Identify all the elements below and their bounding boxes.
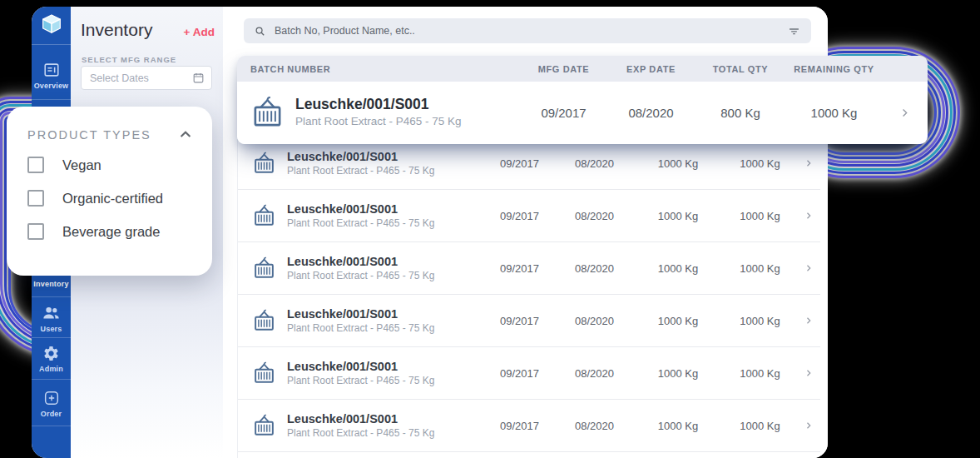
sidebar-item-order[interactable]: Order — [32, 381, 71, 426]
highlighted-row-group: BATCH NUMBER MFG DATE EXP DATE TOTAL QTY… — [237, 56, 928, 144]
page-title: Inventory — [81, 20, 152, 40]
cell-mfg-date: 09/2017 — [520, 106, 607, 120]
container-icon — [252, 151, 276, 177]
cell-exp-date: 08/2020 — [607, 106, 695, 120]
sidebar-item-overview[interactable]: Overview — [32, 51, 71, 100]
batch-table: Leuschke/001/S001Plant Root Extract - P4… — [237, 137, 820, 458]
cell-total-qty: 1000 Kg — [633, 210, 723, 222]
container-icon — [252, 203, 276, 229]
sidebar-item-label: Order — [41, 410, 62, 418]
table-row[interactable]: Leuschke/001/S001Plant Root Extract - P4… — [238, 137, 820, 190]
product-name: Plant Root Extract - P465 - 75 Kg — [287, 164, 434, 177]
checkbox-label: Vegan — [62, 157, 101, 173]
cell-exp-date: 08/2020 — [556, 210, 633, 222]
table-row[interactable]: Leuschke/001/S001Plant Root Extract - P4… — [238, 295, 820, 347]
chevron-up-icon[interactable] — [177, 127, 194, 143]
checkbox-icon[interactable] — [27, 157, 44, 173]
chevron-right-icon[interactable] — [882, 107, 928, 119]
product-name: Plant Root Extract - P465 - 75 Kg — [295, 114, 462, 129]
cell-remaining-qty: 1000 Kg — [786, 106, 882, 120]
cell-mfg-date: 09/2017 — [483, 420, 556, 432]
cell-remaining-qty: 1000 Kg — [723, 262, 797, 275]
product-type-option: Organic-certified — [27, 190, 194, 207]
sidebar-item-admin[interactable]: Admin — [32, 339, 71, 380]
admin-icon — [42, 345, 60, 362]
users-icon — [42, 303, 61, 322]
product-name: Plant Root Extract - P465 - 75 Kg — [287, 321, 434, 335]
column-mfg-date: MFG DATE — [520, 64, 607, 74]
cell-remaining-qty: 1000 Kg — [723, 367, 797, 380]
order-icon — [42, 389, 61, 407]
product-type-option: Beverage grade — [27, 223, 194, 240]
checkbox-icon[interactable] — [27, 223, 44, 240]
table-row[interactable]: Leuschke/001/S001Plant Root Extract - P4… — [238, 190, 820, 242]
batch-number: Leuschke/001/S001 — [287, 202, 434, 217]
cell-remaining-qty: 1000 Kg — [723, 210, 797, 222]
mfg-range-label: SELECT MFG RANGE — [82, 55, 176, 64]
cell-mfg-date: 09/2017 — [483, 315, 556, 327]
table-row[interactable]: Leuschke/001/S001Plant Root Extract - P4… — [238, 452, 820, 458]
table-header: BATCH NUMBER MFG DATE EXP DATE TOTAL QTY… — [237, 56, 928, 82]
sidebar-item-label: Users — [40, 325, 62, 333]
container-icon — [250, 95, 285, 131]
calendar-icon[interactable] — [192, 72, 205, 84]
batch-number: Leuschke/001/S001 — [287, 254, 434, 269]
chevron-right-icon[interactable] — [797, 263, 820, 273]
cell-mfg-date: 09/2017 — [483, 157, 556, 170]
batch-number: Leuschke/001/S001 — [287, 306, 434, 321]
table-row[interactable]: Leuschke/001/S001Plant Root Extract - P4… — [238, 347, 820, 400]
batch-number: Leuschke/001/S001 — [287, 359, 434, 374]
highlighted-row[interactable]: Leuschke/001/S001 Plant Root Extract - P… — [237, 82, 928, 144]
cell-exp-date: 08/2020 — [556, 367, 633, 380]
overview-icon — [42, 61, 61, 79]
container-icon — [252, 361, 276, 386]
container-icon — [252, 413, 276, 439]
search-bar[interactable] — [244, 18, 811, 43]
chevron-right-icon[interactable] — [797, 421, 820, 431]
column-exp-date: EXP DATE — [607, 64, 695, 74]
cell-remaining-qty: 1000 Kg — [723, 157, 797, 170]
product-name: Plant Root Extract - P465 - 75 Kg — [287, 217, 434, 230]
app-logo[interactable] — [32, 7, 71, 45]
column-batch-number: BATCH NUMBER — [237, 64, 520, 74]
date-range-field[interactable] — [81, 66, 212, 90]
product-name: Plant Root Extract - P465 - 75 Kg — [287, 426, 434, 440]
container-icon — [252, 256, 276, 281]
product-type-option: Vegan — [27, 157, 194, 173]
sidebar-item-label: Inventory — [33, 280, 68, 288]
chevron-right-icon[interactable] — [797, 368, 820, 378]
search-icon — [254, 25, 266, 37]
cell-exp-date: 08/2020 — [556, 420, 633, 432]
checkbox-label: Beverage grade — [62, 224, 160, 240]
batch-number: Leuschke/001/S001 — [295, 96, 462, 114]
chevron-right-icon[interactable] — [797, 158, 820, 168]
batch-number: Leuschke/001/S001 — [287, 149, 434, 164]
column-total-qty: TOTAL QTY — [695, 64, 786, 74]
cube-logo-icon — [39, 12, 64, 40]
cell-total-qty: 1000 Kg — [633, 420, 723, 432]
cell-mfg-date: 09/2017 — [483, 367, 556, 380]
product-name: Plant Root Extract - P465 - 75 Kg — [287, 269, 434, 282]
date-range-input[interactable] — [88, 72, 192, 85]
column-remaining-qty: REMAINING QTY — [786, 64, 882, 74]
chevron-right-icon[interactable] — [797, 211, 820, 221]
cell-total-qty: 800 Kg — [695, 106, 786, 120]
cell-total-qty: 1000 Kg — [633, 157, 723, 170]
chevron-right-icon[interactable] — [797, 316, 820, 326]
cell-mfg-date: 09/2017 — [483, 262, 556, 275]
search-input[interactable] — [273, 24, 780, 37]
filter-icon[interactable] — [787, 24, 801, 38]
table-row[interactable]: Leuschke/001/S001Plant Root Extract - P4… — [238, 242, 820, 295]
container-icon — [252, 308, 276, 334]
cell-mfg-date: 09/2017 — [483, 210, 556, 222]
cell-total-qty: 1000 Kg — [633, 315, 723, 327]
table-row[interactable]: Leuschke/001/S001Plant Root Extract - P4… — [238, 400, 820, 452]
cell-exp-date: 08/2020 — [556, 157, 633, 170]
cell-exp-date: 08/2020 — [556, 262, 633, 275]
sidebar-item-users[interactable]: Users — [32, 298, 71, 338]
product-name: Plant Root Extract - P465 - 75 Kg — [287, 374, 434, 387]
checkbox-icon[interactable] — [27, 190, 44, 207]
cell-exp-date: 08/2020 — [556, 315, 633, 327]
product-types-panel: PRODUCT TYPES VeganOrganic-certifiedBeve… — [7, 107, 212, 276]
add-button[interactable]: + Add — [184, 26, 215, 38]
